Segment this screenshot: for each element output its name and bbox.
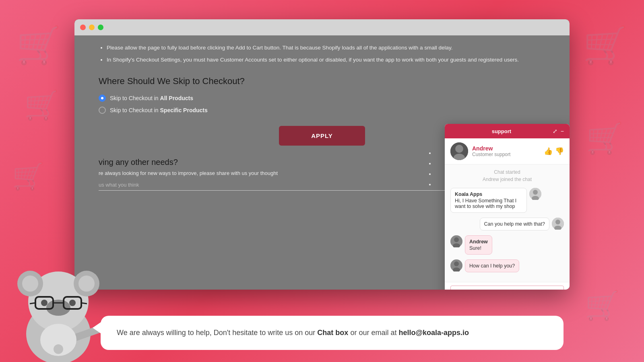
- radio-specific-products[interactable]: Skip to Checkout in Specific Products: [99, 107, 545, 114]
- svg-point-7: [555, 220, 560, 224]
- chat-agent-bar: Andrew Customer support 👍 👎: [445, 138, 570, 165]
- thumbs-down-icon[interactable]: 👎: [555, 147, 564, 156]
- bg-cart-icon-2: 🛒: [24, 88, 59, 121]
- message-row-3: Andrew Sure!: [450, 235, 564, 255]
- chat-widget: support ⤢ − Andrew Customer supp: [445, 124, 570, 290]
- speech-chatbox: Chat box: [317, 329, 348, 337]
- right-bullet-2: [435, 158, 437, 169]
- svg-point-28: [69, 300, 76, 306]
- message-sender-3: Andrew: [469, 239, 488, 245]
- svg-point-31: [54, 344, 63, 354]
- chat-message-input[interactable]: [450, 286, 564, 290]
- svg-line-26: [81, 303, 87, 304]
- chat-messages: Chat started Andrew joined the chat Koal…: [445, 165, 570, 282]
- radio-group: Skip to Checkout in All Products Skip to…: [99, 95, 545, 114]
- message-text-3: Sure!: [469, 245, 488, 251]
- bg-cart-icon-5: 🛒: [586, 121, 624, 156]
- radio-circle-all[interactable]: [99, 95, 106, 102]
- chat-header-controls: ⤢ −: [553, 128, 564, 134]
- message-row-4: How can I help you?: [450, 259, 564, 272]
- expand-icon[interactable]: ⤢: [553, 128, 557, 134]
- agent-role: Customer support: [472, 152, 544, 157]
- message-avatar-2: [552, 218, 564, 230]
- needs-input[interactable]: [99, 179, 456, 191]
- right-bullet-3: [435, 169, 437, 179]
- svg-point-18: [22, 276, 38, 292]
- agent-info: Andrew Customer support: [472, 145, 544, 157]
- svg-point-20: [78, 276, 95, 292]
- bg-cart-icon-3: 🛒: [12, 161, 45, 191]
- message-avatar-4: [450, 259, 462, 272]
- right-bullets-section: [427, 148, 437, 190]
- message-bubble-2: Can you help me with that?: [480, 218, 549, 230]
- traffic-light-green[interactable]: [98, 25, 103, 30]
- svg-point-4: [533, 190, 538, 195]
- apply-button[interactable]: APPLY: [279, 126, 365, 146]
- speech-bubble: We are always willing to help, Don't hes…: [101, 316, 564, 350]
- radio-label-specific: Skip to Checkout in Specific Products: [110, 107, 208, 113]
- agent-avatar: [450, 142, 468, 160]
- bullet-item-1: Please allow the page to fully load befo…: [107, 43, 545, 52]
- bg-cart-icon-6: 🛒: [585, 289, 620, 322]
- koala-character: [0, 241, 113, 362]
- radio-label-all: Skip to Checkout in All Products: [110, 95, 193, 101]
- radio-all-products[interactable]: Skip to Checkout in All Products: [99, 95, 545, 102]
- speech-text-1: We are always willing to help, Don't hes…: [117, 329, 317, 337]
- chat-joined-label: Andrew joined the chat: [450, 177, 564, 182]
- bullet-item-2: In Shopify's Checkout Settings, you must…: [107, 56, 545, 64]
- koala-svg: [4, 241, 113, 362]
- traffic-light-red[interactable]: [80, 25, 86, 30]
- skip-to-checkout-section: Where Should We Skip to Checkout? Skip t…: [99, 76, 545, 114]
- right-bullet-1: [435, 148, 437, 158]
- svg-line-25: [30, 303, 35, 304]
- chat-rating: 👍 👎: [544, 147, 564, 156]
- bg-cart-icon-1: 🛒: [16, 24, 61, 66]
- speech-email: hello@koala-apps.io: [398, 329, 469, 337]
- browser-window: Please allow the page to fully load befo…: [74, 19, 570, 290]
- speech-text-2: or our email at: [348, 329, 398, 337]
- chat-header: support ⤢ −: [445, 124, 570, 138]
- svg-point-1: [455, 145, 463, 153]
- traffic-light-yellow[interactable]: [89, 25, 95, 30]
- message-sender-1: Koala Apps: [455, 191, 522, 197]
- svg-point-21: [46, 300, 70, 316]
- message-row-2: Can you help me with that?: [450, 218, 564, 230]
- chat-header-title: support: [450, 128, 553, 134]
- svg-point-13: [454, 261, 459, 266]
- chat-input-area: [445, 282, 570, 290]
- thumbs-up-icon[interactable]: 👍: [544, 147, 553, 156]
- chat-started-label: Chat started: [450, 169, 564, 175]
- radio-circle-specific[interactable]: [99, 107, 106, 114]
- browser-titlebar: [74, 19, 570, 35]
- close-icon[interactable]: −: [561, 128, 564, 134]
- agent-name: Andrew: [472, 145, 544, 152]
- message-text-4: How can I help you?: [469, 263, 515, 269]
- message-text-2: Can you help me with that?: [484, 221, 545, 227]
- message-avatar-1: [529, 188, 541, 200]
- message-bubble-1: Koala Apps Hi, I Have Something That I w…: [450, 188, 527, 213]
- message-text-1: Hi, I Have Something That I want to solv…: [455, 198, 522, 209]
- message-bubble-4: How can I help you?: [465, 259, 519, 272]
- right-bullet-4: [435, 179, 437, 190]
- bullet-section: Please allow the page to fully load befo…: [99, 43, 545, 64]
- message-row-1: Koala Apps Hi, I Have Something That I w…: [450, 188, 564, 213]
- message-bubble-3: Andrew Sure!: [465, 235, 492, 255]
- svg-point-10: [454, 237, 459, 242]
- message-avatar-3: [450, 235, 462, 247]
- bg-cart-icon-4: 🛒: [583, 24, 628, 66]
- skip-section-title: Where Should We Skip to Checkout?: [99, 76, 545, 86]
- svg-point-27: [41, 300, 47, 306]
- page-content: Please allow the page to fully load befo…: [74, 35, 570, 290]
